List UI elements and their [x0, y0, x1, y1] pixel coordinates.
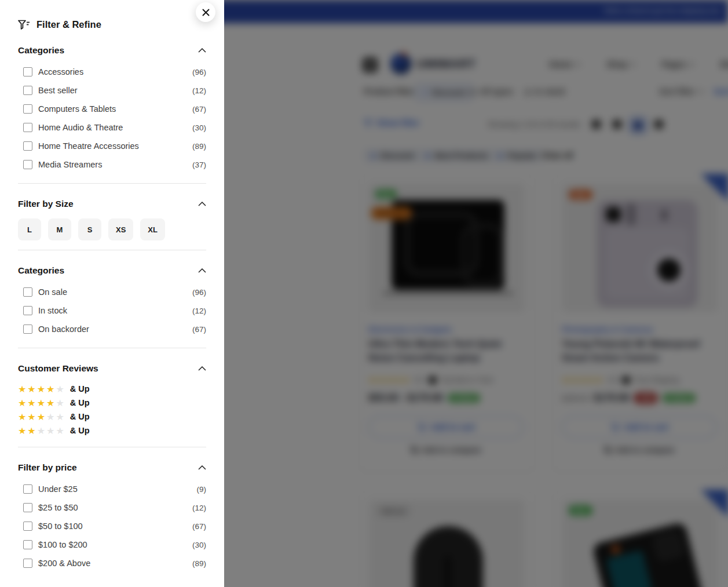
filter-option-25-50[interactable]: $25 to $50 (12) — [18, 498, 206, 517]
option-label: $50 to $100 — [38, 522, 192, 531]
stars-empty-icon: ★★★ — [37, 425, 65, 436]
divider — [18, 183, 206, 184]
close-icon — [202, 9, 210, 16]
option-count: (89) — [192, 142, 206, 151]
filter-option-50-100[interactable]: $50 to $100 (67) — [18, 517, 206, 535]
checkbox[interactable] — [23, 540, 32, 549]
size-button-s[interactable]: S — [78, 218, 101, 240]
checkbox[interactable] — [23, 123, 32, 132]
checkbox[interactable] — [23, 522, 32, 531]
filter-icon — [18, 20, 30, 30]
option-label: Best seller — [38, 86, 192, 95]
option-label: On backorder — [38, 325, 192, 334]
checkbox[interactable] — [23, 559, 32, 568]
section-categories: Categories Accessories (96) Best seller … — [18, 45, 206, 174]
filter-option-on-sale[interactable]: On sale (96) — [18, 283, 206, 301]
option-count: (12) — [192, 307, 206, 315]
checkbox[interactable] — [23, 160, 32, 169]
rating-filter-4up[interactable]: ★★★★★ & Up — [18, 396, 206, 410]
stars-filled-icon: ★★★ — [18, 411, 46, 422]
chevron-up-icon[interactable] — [198, 202, 206, 206]
filter-option-home-audio-theatre[interactable]: Home Audio & Theatre (30) — [18, 118, 206, 137]
option-count: (67) — [192, 522, 206, 531]
filter-option-computers-tablets[interactable]: Computers & Tablets (67) — [18, 100, 206, 118]
option-count: (96) — [192, 288, 206, 297]
filter-option-best-seller[interactable]: Best seller (12) — [18, 81, 206, 100]
filter-option-on-backorder[interactable]: On backorder (67) — [18, 320, 206, 338]
close-panel-button[interactable] — [196, 2, 215, 22]
chevron-up-icon[interactable] — [198, 366, 206, 371]
option-count: (30) — [192, 541, 206, 549]
option-label: $25 to $50 — [38, 503, 192, 512]
section-title: Categories — [18, 45, 64, 56]
section-title: Filter by Size — [18, 199, 74, 209]
size-button-xl[interactable]: XL — [140, 218, 165, 240]
section-customer-reviews: Customer Reviews ★★★★★ & Up ★★★★★ & Up ★… — [18, 363, 206, 437]
stars-filled-icon: ★★ — [18, 425, 37, 436]
rating-label: & Up — [70, 426, 90, 435]
filter-option-200-above[interactable]: $200 & Above (89) — [18, 554, 206, 573]
filter-option-media-streamers[interactable]: Media Streamers (37) — [18, 155, 206, 174]
chevron-up-icon[interactable] — [198, 465, 206, 470]
section-title: Customer Reviews — [18, 363, 98, 374]
checkbox[interactable] — [23, 104, 32, 114]
rating-label: & Up — [70, 412, 90, 421]
option-count: (67) — [192, 325, 206, 334]
option-count: (12) — [192, 504, 206, 512]
section-availability: Categories On sale (96) In stock (12) On… — [18, 265, 206, 338]
option-count: (9) — [197, 485, 207, 494]
checkbox[interactable] — [23, 141, 32, 151]
stars-empty-icon: ★★ — [46, 411, 65, 422]
rating-label: & Up — [70, 384, 90, 393]
checkbox[interactable] — [23, 287, 32, 297]
checkbox[interactable] — [23, 484, 32, 494]
rating-filter-4up[interactable]: ★★★★★ & Up — [18, 382, 206, 396]
option-label: $200 & Above — [38, 559, 192, 568]
checkbox[interactable] — [23, 306, 32, 315]
size-button-xs[interactable]: XS — [108, 218, 133, 240]
option-label: Home Theatre Accessories — [38, 141, 192, 151]
option-label: $100 to $200 — [38, 540, 192, 549]
checkbox[interactable] — [23, 86, 32, 95]
filter-option-under-25[interactable]: Under $25 (9) — [18, 480, 206, 498]
option-label: On sale — [38, 287, 192, 297]
checkbox[interactable] — [23, 325, 32, 334]
option-label: Media Streamers — [38, 160, 192, 169]
stars-empty-icon: ★ — [56, 398, 65, 409]
stars-filled-icon: ★★★★ — [18, 384, 56, 395]
option-label: Accessories — [38, 67, 192, 76]
option-label: In stock — [38, 306, 192, 315]
option-count: (67) — [192, 105, 206, 114]
stars-filled-icon: ★★★★ — [18, 398, 56, 409]
divider — [18, 447, 206, 447]
option-label: Computers & Tablets — [38, 104, 192, 114]
section-filter-by-size: Filter by Size L M S XS XL — [18, 199, 206, 240]
filter-option-in-stock[interactable]: In stock (12) — [18, 301, 206, 320]
option-label: Under $25 — [38, 484, 197, 494]
divider — [18, 250, 206, 250]
filter-option-home-theatre-accessories[interactable]: Home Theatre Accessories (89) — [18, 137, 206, 155]
panel-title: Filter & Refine — [36, 19, 101, 30]
option-count: (12) — [192, 86, 206, 95]
rating-label: & Up — [70, 398, 90, 407]
chevron-up-icon[interactable] — [198, 268, 206, 273]
checkbox[interactable] — [23, 503, 32, 512]
option-count: (96) — [192, 68, 206, 76]
section-title: Categories — [18, 265, 64, 276]
chevron-up-icon[interactable] — [198, 48, 206, 53]
stars-empty-icon: ★ — [56, 384, 65, 395]
size-button-m[interactable]: M — [48, 218, 71, 240]
panel-header: Filter & Refine — [18, 19, 206, 30]
size-button-l[interactable]: L — [18, 218, 41, 240]
option-count: (37) — [192, 161, 206, 169]
section-title: Filter by price — [18, 462, 77, 473]
divider — [18, 348, 206, 348]
rating-filter-3up[interactable]: ★★★★★ & Up — [18, 410, 206, 424]
option-label: Home Audio & Theatre — [38, 123, 192, 132]
filter-option-accessories[interactable]: Accessories (96) — [18, 63, 206, 81]
checkbox[interactable] — [23, 67, 32, 76]
rating-filter-2up[interactable]: ★★★★★ & Up — [18, 424, 206, 437]
option-count: (89) — [192, 559, 206, 568]
filter-option-100-200[interactable]: $100 to $200 (30) — [18, 535, 206, 554]
option-count: (30) — [192, 123, 206, 132]
